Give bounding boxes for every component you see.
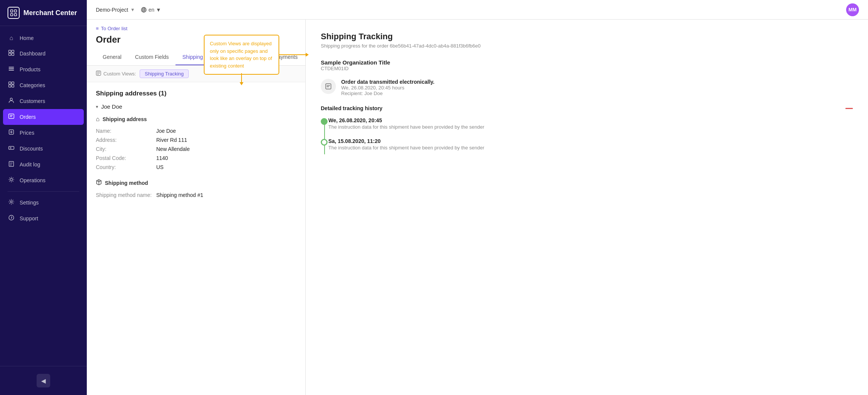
collapse-history-button[interactable] bbox=[845, 108, 853, 109]
svg-rect-3 bbox=[14, 14, 17, 16]
svg-rect-13 bbox=[9, 85, 11, 87]
page-content: Custom Views are displayed only on speci… bbox=[87, 20, 868, 395]
svg-rect-32 bbox=[326, 84, 331, 89]
svg-point-20 bbox=[10, 178, 12, 181]
sidebar-item-support[interactable]: Support bbox=[0, 211, 87, 226]
back-to-order-list-link[interactable]: ≡ To Order list bbox=[96, 26, 296, 31]
timeline: We, 26.08.2020, 20:45 The instruction da… bbox=[321, 117, 853, 159]
support-icon bbox=[8, 215, 15, 222]
sidebar-label-customers: Customers bbox=[20, 98, 45, 104]
event-recipient: Recipient: Joe Doe bbox=[341, 91, 434, 96]
sidebar-collapse-button[interactable]: ◀ bbox=[37, 374, 50, 387]
sidebar-item-operations[interactable]: Operations bbox=[0, 172, 87, 188]
sidebar-item-prices[interactable]: Prices bbox=[0, 125, 87, 141]
svg-rect-8 bbox=[9, 67, 14, 68]
lang-chevron-icon: ▼ bbox=[156, 7, 161, 13]
timeline-dot-filled bbox=[321, 118, 328, 125]
lang-selector[interactable]: en ▼ bbox=[141, 7, 161, 13]
person-name: Joe Doe bbox=[101, 103, 122, 110]
timeline-date-0: We, 26.08.2020, 20:45 bbox=[328, 117, 853, 123]
tracking-history-header: Detailed tracking history bbox=[321, 105, 853, 111]
field-shipping-method-name: Shipping method name: Shipping method #1 bbox=[96, 192, 296, 198]
home-icon: ⌂ bbox=[8, 35, 15, 41]
logo-icon bbox=[8, 7, 20, 19]
custom-views-label: Custom Views: bbox=[96, 71, 136, 77]
audit-log-icon bbox=[8, 161, 15, 168]
field-postal-code: Postal Code: 1140 bbox=[96, 155, 296, 161]
user-initials: MM bbox=[848, 7, 857, 12]
order-body: Shipping addresses (1) ▾ Joe Doe ⌂ Shipp… bbox=[87, 82, 305, 395]
topbar: Demo-Project ▼ en ▼ MM bbox=[87, 0, 868, 20]
categories-icon bbox=[8, 81, 15, 89]
sidebar-item-orders[interactable]: Orders bbox=[3, 109, 84, 125]
svg-rect-1 bbox=[14, 10, 17, 12]
sidebar-label-categories: Categories bbox=[20, 82, 45, 88]
sidebar-item-discounts[interactable]: Discounts bbox=[0, 141, 87, 157]
sidebar-logo[interactable]: Merchant Center bbox=[0, 0, 87, 26]
sidebar-label-orders: Orders bbox=[20, 114, 36, 120]
user-avatar[interactable]: MM bbox=[846, 3, 859, 16]
svg-point-19 bbox=[10, 148, 11, 149]
sidebar-label-dashboard: Dashboard bbox=[20, 51, 46, 57]
tab-general[interactable]: General bbox=[96, 49, 128, 65]
chevron-down-icon: ▾ bbox=[96, 104, 98, 109]
callout-text: Custom Views are displayed only on speci… bbox=[210, 41, 272, 69]
project-selector[interactable]: Demo-Project ▼ bbox=[96, 7, 135, 13]
svg-rect-0 bbox=[11, 10, 13, 12]
custom-views-label-text: Custom Views: bbox=[103, 71, 136, 77]
callout-arrow-icon bbox=[279, 53, 309, 57]
tracking-subtitle: Shipping progress for the order 6be56b41… bbox=[321, 43, 853, 49]
callout-pointer-icon bbox=[240, 73, 243, 85]
sidebar-item-dashboard[interactable]: Dashboard bbox=[0, 46, 87, 61]
house-icon: ⌂ bbox=[96, 116, 100, 123]
svg-rect-6 bbox=[9, 53, 11, 55]
svg-rect-10 bbox=[9, 70, 14, 71]
field-address: Address: River Rd 111 bbox=[96, 137, 296, 143]
globe-icon bbox=[141, 7, 147, 13]
customers-icon bbox=[8, 97, 15, 105]
timeline-line bbox=[324, 122, 325, 154]
svg-point-21 bbox=[11, 201, 12, 203]
tracking-title: Shipping Tracking bbox=[321, 32, 853, 41]
sidebar-item-audit-log[interactable]: Audit log bbox=[0, 157, 87, 172]
sidebar-label-audit-log: Audit log bbox=[20, 161, 40, 168]
dashboard-icon bbox=[8, 50, 15, 57]
sidebar-divider bbox=[8, 191, 79, 192]
event-icon bbox=[321, 79, 336, 94]
sidebar-item-settings[interactable]: Settings bbox=[0, 195, 87, 211]
shipping-method-title: Shipping method bbox=[96, 179, 296, 187]
callout-overlay: Custom Views are displayed only on speci… bbox=[204, 35, 279, 75]
tracking-panel: Shipping Tracking Shipping progress for … bbox=[306, 20, 868, 395]
org-code: CTDEM01ID bbox=[321, 66, 853, 71]
event-date: We, 26.08.2020, 20:45 hours bbox=[341, 85, 434, 91]
sidebar-label-settings: Settings bbox=[20, 200, 39, 206]
shipping-tracking-tag[interactable]: Shipping Tracking bbox=[140, 69, 188, 78]
svg-rect-9 bbox=[9, 68, 14, 69]
initial-event-row: Order data transmitted electronically. W… bbox=[321, 79, 853, 96]
event-content: Order data transmitted electronically. W… bbox=[341, 79, 434, 96]
shipping-address-section: ⌂ Shipping address Name: Joe Doe Address… bbox=[96, 116, 296, 170]
back-label: To Order list bbox=[101, 26, 128, 31]
sidebar-item-customers[interactable]: Customers bbox=[0, 93, 87, 109]
sidebar-item-categories[interactable]: Categories bbox=[0, 77, 87, 93]
project-name: Demo-Project bbox=[96, 7, 128, 13]
discounts-icon bbox=[8, 145, 15, 152]
sidebar-label-products: Products bbox=[20, 66, 40, 72]
sidebar-label-support: Support bbox=[20, 215, 38, 221]
sidebar-bottom: ◀ bbox=[0, 366, 87, 395]
sidebar-item-home[interactable]: ⌂ Home bbox=[0, 31, 87, 46]
tab-custom-fields[interactable]: Custom Fields bbox=[128, 49, 175, 65]
sidebar-label-prices: Prices bbox=[20, 130, 34, 136]
joe-doe-collapsible[interactable]: ▾ Joe Doe bbox=[96, 103, 296, 110]
svg-rect-7 bbox=[12, 53, 14, 55]
orders-icon bbox=[8, 113, 15, 121]
order-panel: ≡ To Order list Order General Custom Fie… bbox=[87, 20, 306, 395]
shipping-method-section: Shipping method Shipping method name: Sh… bbox=[96, 179, 296, 198]
app-title: Merchant Center bbox=[23, 9, 77, 17]
settings-icon bbox=[8, 199, 15, 206]
custom-views-icon bbox=[96, 71, 101, 77]
svg-rect-4 bbox=[9, 50, 11, 52]
sidebar-item-products[interactable]: Products bbox=[0, 61, 87, 77]
prices-icon bbox=[8, 129, 15, 137]
field-country: Country: US bbox=[96, 164, 296, 170]
